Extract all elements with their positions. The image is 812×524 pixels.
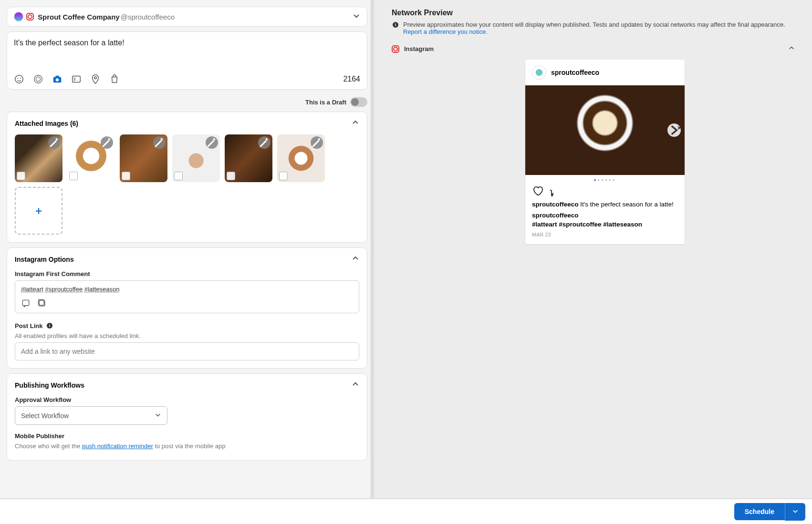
svg-rect-8 bbox=[73, 76, 81, 82]
location-icon[interactable] bbox=[90, 74, 101, 84]
plus-icon: ＋ bbox=[33, 204, 44, 218]
chevron-down-icon bbox=[155, 411, 161, 420]
edit-icon[interactable] bbox=[206, 136, 218, 149]
hashtag: #latteart bbox=[21, 286, 43, 293]
comment-icon[interactable] bbox=[550, 185, 562, 196]
compose-panel: Sprout Coffee Company @sproutcoffeeco It… bbox=[0, 0, 374, 498]
preview-network-header[interactable]: Instagram bbox=[392, 45, 795, 53]
compose-text[interactable]: It's the perfect season for a latte! bbox=[14, 39, 360, 47]
edit-icon[interactable] bbox=[311, 136, 323, 149]
profile-avatar-icon bbox=[14, 12, 23, 21]
add-image-button[interactable]: ＋ bbox=[15, 187, 62, 235]
compose-area[interactable]: It's the perfect season for a latte! 216… bbox=[7, 31, 367, 90]
image-thumbnail[interactable] bbox=[225, 134, 272, 182]
svg-point-1 bbox=[17, 78, 18, 79]
edit-icon[interactable] bbox=[258, 136, 271, 149]
post-link-input[interactable] bbox=[15, 342, 359, 360]
approval-workflow-label: Approval Workflow bbox=[15, 396, 359, 403]
emoji-icon[interactable] bbox=[14, 74, 24, 84]
instagram-icon bbox=[392, 45, 399, 53]
edit-icon[interactable] bbox=[101, 136, 113, 149]
ig-caption-text: It's the perfect season for a latte! bbox=[580, 201, 673, 208]
camera-icon[interactable] bbox=[52, 74, 62, 84]
svg-point-3 bbox=[36, 77, 40, 81]
ig-actions bbox=[525, 185, 685, 200]
draft-row: This is a Draft bbox=[7, 94, 367, 112]
multi-image-icon bbox=[174, 172, 183, 180]
post-link-help: All enabled profiles will have a schedul… bbox=[15, 332, 359, 339]
hashtag: #sproutcoffee bbox=[45, 286, 83, 293]
publishing-workflows-section: Publishing Workflows Approval Workflow S… bbox=[7, 373, 367, 461]
report-difference-link[interactable]: Report a difference you notice. bbox=[403, 28, 488, 35]
schedule-button[interactable]: Schedule bbox=[734, 503, 785, 520]
info-icon[interactable]: i bbox=[46, 322, 53, 329]
chevron-up-icon bbox=[788, 45, 795, 53]
heart-icon[interactable] bbox=[532, 185, 543, 196]
multi-image-icon bbox=[227, 172, 235, 180]
workflow-selector[interactable]: Select Workflow bbox=[15, 406, 167, 425]
instagram-options-section: Instagram Options Instagram First Commen… bbox=[7, 247, 367, 369]
workflows-title: Publishing Workflows bbox=[15, 381, 84, 389]
draft-toggle[interactable] bbox=[350, 97, 367, 107]
ig-username: sproutcoffeeco bbox=[551, 69, 599, 76]
workflows-header[interactable]: Publishing Workflows bbox=[7, 374, 367, 396]
schedule-dropdown-button[interactable] bbox=[785, 503, 805, 521]
first-comment-input[interactable]: #latteart #sproutcoffee #latteseason bbox=[15, 280, 359, 313]
profile-handle: @sproutcoffeeco bbox=[121, 13, 175, 21]
push-notification-link[interactable]: push notification reminder bbox=[82, 442, 153, 450]
image-thumbnail[interactable] bbox=[277, 134, 325, 182]
ig-preview-image: ➤ bbox=[525, 85, 685, 175]
post-link-label: Post Link i bbox=[15, 322, 359, 329]
svg-rect-11 bbox=[22, 300, 29, 306]
asset-library-icon[interactable] bbox=[37, 298, 47, 308]
multi-image-icon bbox=[17, 172, 25, 180]
ig-post-date: MAR 23 bbox=[532, 231, 678, 238]
chevron-up-icon bbox=[352, 255, 359, 264]
svg-rect-7 bbox=[55, 76, 59, 78]
profile-selector[interactable]: Sprout Coffee Company @sproutcoffeeco bbox=[7, 7, 367, 27]
edit-icon[interactable] bbox=[153, 136, 166, 149]
gif-icon[interactable] bbox=[71, 74, 82, 84]
ig-comment-text: #latteart #sproutcoffee #latteseason bbox=[532, 221, 642, 228]
next-image-button[interactable]: ➤ bbox=[667, 123, 681, 137]
thumbnail-grid: ＋ bbox=[15, 134, 359, 235]
image-thumbnail[interactable] bbox=[15, 134, 62, 182]
hashtag: #latteseason bbox=[84, 286, 120, 293]
draft-label: This is a Draft bbox=[305, 99, 346, 106]
attached-images-header[interactable]: Attached Images (6) bbox=[7, 112, 367, 134]
ig-card-header: sproutcoffeeco bbox=[525, 60, 685, 85]
workflow-selector-placeholder: Select Workflow bbox=[21, 412, 69, 420]
multi-image-icon bbox=[279, 172, 288, 180]
image-thumbnail[interactable] bbox=[67, 134, 115, 182]
chevron-up-icon bbox=[352, 380, 359, 390]
network-preview-title: Network Preview bbox=[392, 9, 795, 17]
chevron-down-icon[interactable] bbox=[353, 12, 360, 21]
svg-text:i: i bbox=[395, 22, 396, 27]
shop-icon[interactable] bbox=[109, 74, 120, 84]
instagram-preview-card: sproutcoffeeco ➤ ●●●●●● sproutcoffeeco I… bbox=[525, 60, 685, 244]
compose-toolbar: 2164 bbox=[14, 74, 360, 84]
edit-icon[interactable] bbox=[48, 136, 61, 149]
ig-caption-user: sproutcoffeeco bbox=[532, 201, 579, 208]
info-icon: i bbox=[392, 21, 399, 29]
ig-comment-user: sproutcoffeeco bbox=[532, 212, 579, 219]
instagram-icon bbox=[26, 13, 34, 21]
instagram-options-header[interactable]: Instagram Options bbox=[7, 248, 367, 270]
svg-point-4 bbox=[34, 75, 42, 83]
network-preview-note: i Preview approximates how your content … bbox=[392, 21, 795, 35]
svg-point-2 bbox=[20, 78, 21, 79]
mention-icon[interactable] bbox=[33, 74, 43, 84]
attached-images-title: Attached Images (6) bbox=[15, 120, 78, 127]
image-thumbnail[interactable] bbox=[172, 134, 220, 182]
image-thumbnail[interactable] bbox=[120, 134, 167, 182]
panel-divider[interactable] bbox=[371, 0, 374, 498]
profile-name: Sprout Coffee Company bbox=[38, 13, 120, 21]
cursor-icon: ➤ bbox=[677, 124, 682, 131]
chevron-up-icon bbox=[352, 119, 359, 128]
saved-replies-icon[interactable] bbox=[21, 298, 31, 308]
mobile-publisher-help: Choose who will get the push notificatio… bbox=[15, 442, 359, 450]
carousel-dots: ●●●●●● bbox=[525, 175, 685, 185]
ig-caption-area: sproutcoffeeco It's the perfect season f… bbox=[525, 200, 685, 244]
preview-panel: Network Preview i Preview approximates h… bbox=[374, 0, 812, 498]
attached-images-section: Attached Images (6) ＋ bbox=[7, 112, 367, 243]
